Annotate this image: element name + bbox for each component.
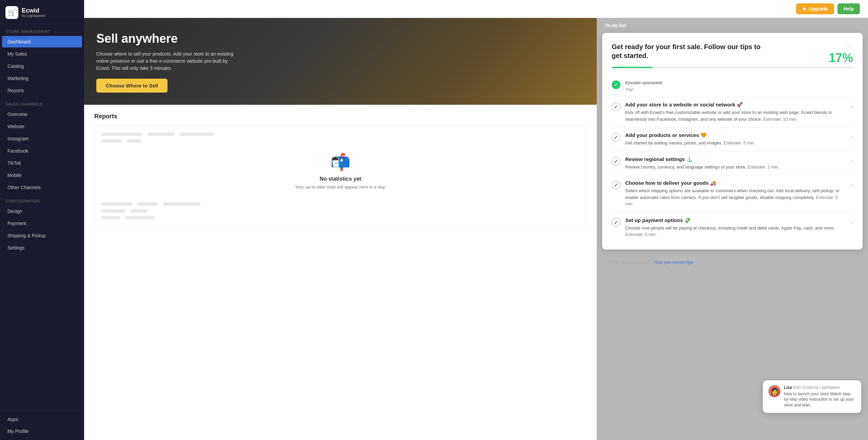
chat-message: How to launch your store Watch step-by-s… (784, 391, 856, 408)
todo-item-desc: Select which shipping options are availa… (625, 187, 846, 207)
help-button[interactable]: Help (837, 3, 860, 14)
todo-item-regional-settings[interactable]: ✓ Review regional settings ⚓ Review coun… (612, 152, 853, 176)
skeleton-row (101, 202, 579, 206)
reports-skeleton-bottom (101, 202, 579, 219)
todo-item-title: Review regional settings ⚓ (625, 156, 846, 162)
sidebar-item-label: Instagram (7, 136, 28, 141)
chat-avatar: 👩 (768, 385, 781, 397)
chevron-right-icon: › (851, 219, 853, 226)
todo-item-add-products[interactable]: ✓ Add your products or services 🧡 Get st… (612, 127, 853, 152)
reports-empty-desc: Your up-to-date stats will appear here i… (295, 184, 386, 190)
star-icon: ★ (802, 6, 807, 12)
cart-icon: 🛒 (8, 8, 16, 17)
sidebar-item-my-sales[interactable]: My Sales (2, 48, 82, 60)
todo-header-bar: To-do list (597, 18, 868, 33)
logo-icon: 🛒 (5, 6, 18, 19)
skeleton-row (101, 133, 579, 136)
skeleton-bar (101, 216, 120, 219)
sidebar-item-label: Apps (7, 417, 18, 422)
skeleton-bar (101, 209, 125, 213)
reports-section: Reports (84, 105, 597, 235)
todo-item-desc: Kick off with Ecwid's free customizable … (625, 109, 846, 122)
sidebar-logo: 🛒 Ecwid by Lightspeed (0, 0, 84, 24)
sidebar-item-label: Design (7, 208, 22, 214)
todo-card: Get ready for your first sale. Follow ou… (602, 33, 863, 249)
sidebar-item-shipping[interactable]: Shipping & Pickup (2, 230, 82, 241)
avatar-emoji: 👩 (770, 387, 779, 395)
todo-footer: I know my way around. Hide pre-launch ti… (597, 255, 868, 269)
sales-channels-label: Sales channels (0, 97, 84, 108)
more-menu-button[interactable]: ⋯ (844, 42, 853, 51)
sidebar-item-instagram[interactable]: Instagram (2, 133, 82, 144)
todo-percentage: 17% (829, 52, 853, 64)
sidebar-item-label: Shipping & Pickup (7, 233, 46, 238)
sidebar-item-label: Dashboard (7, 39, 31, 44)
sidebar-item-tiktok[interactable]: TikTok (2, 157, 82, 169)
sidebar-item-label: My Profile (7, 428, 28, 434)
skeleton-row (101, 209, 579, 213)
sidebar-item-marketing[interactable]: Marketing (2, 73, 82, 84)
todo-item-title: Set up payment options 💸 (625, 217, 846, 223)
sidebar-item-my-profile[interactable]: My Profile (2, 425, 82, 437)
sidebar: 🛒 Ecwid by Lightspeed Store management D… (0, 0, 84, 440)
todo-item-content: Create account Yay! (625, 80, 853, 92)
checkmark-icon: ✓ (614, 182, 618, 188)
todo-check: ✓ (612, 157, 620, 166)
upgrade-button[interactable]: ★ Upgrade (796, 3, 834, 14)
checkmark-icon: ✓ (614, 159, 618, 164)
main-area: ★ Upgrade Help Sell anywhere Choose wher… (84, 0, 868, 440)
sidebar-item-design[interactable]: Design (2, 205, 82, 217)
sidebar-item-facebook[interactable]: Facebook (2, 145, 82, 157)
skeleton-bar (101, 139, 122, 143)
store-management-label: Store management (0, 24, 84, 36)
sidebar-item-overview[interactable]: Overview (2, 108, 82, 120)
chat-bubble[interactable]: 👩 Liza from Ecwid by Lightspeed How to l… (763, 380, 861, 413)
todo-item-add-store[interactable]: ✓ Add your store to a website or social … (612, 97, 853, 127)
todo-item-content: Set up payment options 💸 Choose how peop… (625, 217, 846, 238)
sidebar-item-other-channels[interactable]: Other Channels (2, 182, 82, 193)
reports-title: Reports (94, 113, 587, 120)
reports-empty-state: 📬 No statistics yet Your up-to-date stat… (101, 143, 579, 197)
configuration-label: Configuration (0, 194, 84, 205)
sidebar-item-reports[interactable]: Reports (2, 85, 82, 96)
sidebar-item-payment[interactable]: Payment (2, 218, 82, 229)
logo-main-text: Ecwid (22, 7, 45, 14)
sidebar-item-label: Settings (7, 245, 25, 251)
todo-item-title: Choose how to deliver your goods 🚚 (625, 180, 846, 186)
skeleton-bar (101, 202, 132, 206)
todo-item-desc: Choose how people will be paying at chec… (625, 225, 846, 238)
checkmark-icon: ✓ (614, 82, 618, 87)
skeleton-bar (147, 133, 175, 136)
hide-pre-launch-tips-link[interactable]: Hide pre-launch tips (654, 260, 693, 265)
todo-item-delivery[interactable]: ✓ Choose how to deliver your goods 🚚 Sel… (612, 175, 853, 213)
sidebar-item-dashboard[interactable]: Dashboard (2, 36, 82, 47)
skeleton-bar (137, 202, 158, 206)
todo-item-content: Review regional settings ⚓ Review countr… (625, 156, 846, 171)
progress-bar-fill (612, 67, 653, 68)
skeleton-bar (125, 216, 154, 219)
sidebar-item-website[interactable]: Website (2, 121, 82, 132)
sidebar-item-settings[interactable]: Settings (2, 242, 82, 254)
hero-description: Choose where to sell your products. Add … (96, 51, 242, 72)
right-panel: To-do list Get ready for your first sale… (597, 18, 868, 440)
todo-card-header: Get ready for your first sale. Follow ou… (612, 42, 853, 64)
sidebar-item-label: Payment (7, 221, 26, 226)
todo-item-desc: Review country, currency, and language s… (625, 164, 846, 171)
sidebar-item-label: Overview (7, 112, 27, 117)
sidebar-item-label: TikTok (7, 160, 21, 166)
sidebar-item-catalog[interactable]: Catalog (2, 60, 82, 72)
reports-empty-title: No statistics yet (320, 176, 361, 182)
chevron-right-icon: › (851, 134, 853, 141)
hero-section: Sell anywhere Choose where to sell your … (84, 18, 597, 105)
todo-check: ✓ (612, 102, 620, 111)
footer-text: I know my way around. (606, 260, 651, 265)
help-label: Help (844, 6, 854, 12)
checkmark-icon: ✓ (614, 220, 618, 225)
skeleton-bar (101, 133, 142, 136)
sidebar-item-mobile[interactable]: Mobile (2, 169, 82, 181)
choose-where-to-sell-button[interactable]: Choose Where to Sell (96, 79, 167, 93)
todo-item-payment[interactable]: ✓ Set up payment options 💸 Choose how pe… (612, 213, 853, 243)
sidebar-item-apps[interactable]: Apps (2, 414, 82, 425)
todo-item-create-account[interactable]: ✓ Create account Yay! (612, 75, 853, 97)
sidebar-item-label: Website (7, 124, 24, 129)
